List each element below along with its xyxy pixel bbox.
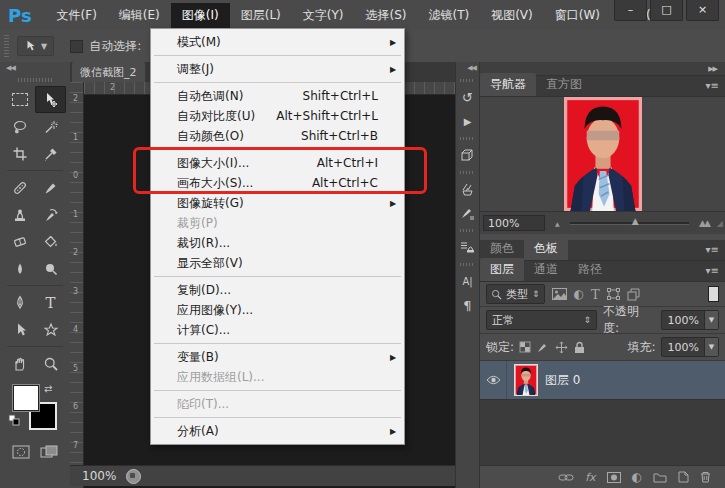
add-mask-icon[interactable] xyxy=(607,472,621,483)
menu-item[interactable]: ▶ xyxy=(154,343,401,344)
menu-item[interactable]: 陷印(T)... ▶ xyxy=(151,394,404,414)
paint-bucket-tool[interactable] xyxy=(35,228,66,255)
menubar-item[interactable]: 图像(I) xyxy=(171,3,230,28)
zoom-tool[interactable] xyxy=(35,350,66,377)
foreground-color-swatch[interactable] xyxy=(13,385,39,411)
custom-shape-tool[interactable] xyxy=(35,316,66,343)
menu-item[interactable]: ▶ xyxy=(154,82,401,83)
filter-type-dropdown[interactable]: 类型 ⇕ xyxy=(486,284,545,304)
type-tool[interactable]: T xyxy=(35,289,66,316)
dock-grip[interactable] xyxy=(460,137,475,140)
zoom-out-icon[interactable]: ▲ xyxy=(555,220,560,227)
rectangular-marquee-tool[interactable] xyxy=(4,86,35,113)
brush-presets-panel-icon[interactable] xyxy=(456,177,479,201)
lock-all-icon[interactable] xyxy=(574,341,585,354)
tab-navigator[interactable]: 导航器 xyxy=(480,73,536,96)
quick-mask-icon[interactable] xyxy=(12,445,30,459)
healing-brush-tool[interactable] xyxy=(4,174,35,201)
actions-panel-icon[interactable]: ▶ xyxy=(456,109,479,133)
lock-position-icon[interactable] xyxy=(555,341,568,354)
menu-item[interactable]: 裁剪(P) ▶ xyxy=(151,213,404,233)
layer-row[interactable]: 图层 0 xyxy=(480,361,725,400)
menu-item[interactable]: 自动颜色(O) Shift+Ctrl+B ▶ xyxy=(151,126,404,146)
slider-thumb[interactable]: ▲ xyxy=(632,216,639,226)
navigator-zoom-slider[interactable]: ▲ xyxy=(566,212,693,234)
menu-item[interactable]: 计算(C)... ▶ xyxy=(151,320,404,340)
magic-wand-tool[interactable] xyxy=(35,113,66,140)
link-layers-icon[interactable] xyxy=(558,473,574,482)
panel-menu-icon[interactable]: ▾≡ xyxy=(706,244,719,255)
history-brush-tool[interactable] xyxy=(35,201,66,228)
visibility-toggle[interactable] xyxy=(480,361,507,399)
chevron-down-icon[interactable]: ▼ xyxy=(704,311,718,329)
tab-channels[interactable]: 通道 xyxy=(524,258,568,281)
layer-name[interactable]: 图层 0 xyxy=(545,372,580,389)
dock-grip[interactable] xyxy=(460,263,475,266)
fill-field[interactable]: 100% ▼ xyxy=(661,337,719,357)
brush-panel-icon[interactable] xyxy=(456,201,479,225)
blur-tool[interactable] xyxy=(4,255,35,282)
menubar-item[interactable]: 视图(V) xyxy=(480,3,544,28)
3d-panel-icon[interactable] xyxy=(456,143,479,167)
minimize-button[interactable]: – xyxy=(614,0,647,21)
lock-pixels-icon[interactable] xyxy=(537,341,549,353)
history-panel-icon[interactable]: ↺ xyxy=(456,85,479,109)
tab-paths[interactable]: 路径 xyxy=(568,258,612,281)
character-panel-icon[interactable]: A| xyxy=(456,269,479,293)
menu-item[interactable]: 裁切(R)... ▶ xyxy=(151,233,404,253)
collapse-dock-icon[interactable]: ◀◀ xyxy=(456,62,479,75)
menu-item[interactable]: ▶ xyxy=(154,390,401,391)
maximize-button[interactable]: □ xyxy=(650,0,683,21)
menu-item[interactable]: 应用图像(Y)... ▶ xyxy=(151,300,404,320)
menubar-item[interactable]: 文件(F) xyxy=(46,3,108,28)
crop-tool[interactable] xyxy=(4,140,35,167)
tab-layers[interactable]: 图层 xyxy=(480,258,524,281)
options-grip[interactable] xyxy=(4,35,9,57)
default-colors-icon[interactable] xyxy=(8,414,20,426)
clone-source-panel-icon[interactable] xyxy=(456,235,479,259)
menu-item[interactable]: 调整(J) ▶ xyxy=(151,59,404,79)
menu-item[interactable]: ▶ xyxy=(154,276,401,277)
pen-tool[interactable] xyxy=(4,289,35,316)
layer-style-icon[interactable]: fx xyxy=(585,471,595,484)
filter-smart-objects-icon[interactable] xyxy=(627,288,640,301)
filter-adjustment-layers-icon[interactable]: ◐ xyxy=(574,287,584,301)
navigator-zoom-value[interactable]: 100% xyxy=(483,215,545,231)
filter-toggle-switch[interactable] xyxy=(708,286,719,302)
menu-item[interactable]: 应用数据组(L)... ▶ xyxy=(151,367,404,387)
current-tool-selector[interactable]: ▼ xyxy=(17,36,54,56)
navigator-preview[interactable] xyxy=(480,97,725,211)
move-tool[interactable] xyxy=(35,86,66,113)
menubar-item[interactable]: 编辑(E) xyxy=(108,3,171,28)
status-zoom-level[interactable]: 100% xyxy=(82,469,116,483)
chevron-down-icon[interactable]: ▼ xyxy=(704,338,718,356)
lock-transparency-icon[interactable] xyxy=(519,341,531,353)
panel-menu-icon[interactable]: ▾≡ xyxy=(706,265,719,276)
dodge-tool[interactable] xyxy=(35,255,66,282)
menu-item[interactable]: ▶ xyxy=(154,417,401,418)
eraser-tool[interactable] xyxy=(4,228,35,255)
auto-select-checkbox[interactable] xyxy=(70,40,83,53)
menu-item[interactable]: 图像旋转(G) ▶ xyxy=(151,193,404,213)
dock-grip[interactable] xyxy=(460,79,475,82)
new-group-icon[interactable] xyxy=(653,472,667,483)
collapse-tools-icon[interactable]: ◀◀ xyxy=(0,62,70,76)
blend-mode-dropdown[interactable]: 正常 ⇕ xyxy=(486,310,597,330)
zoom-in-icon[interactable]: ▲▲ xyxy=(699,218,709,228)
menubar-item[interactable]: 窗口(W) xyxy=(544,3,611,28)
menubar-item[interactable]: 选择(S) xyxy=(354,3,417,28)
menu-item[interactable]: ▶ xyxy=(154,55,401,56)
tab-swatches[interactable]: 色板 xyxy=(524,237,568,260)
menu-item[interactable]: 自动对比度(U) Alt+Shift+Ctrl+L ▶ xyxy=(151,106,404,126)
resize-grip-icon[interactable]: ◢ xyxy=(717,219,723,228)
dock-grip[interactable] xyxy=(460,171,475,174)
menubar-item[interactable]: 图层(L) xyxy=(230,3,292,28)
delete-layer-icon[interactable] xyxy=(700,471,711,483)
paragraph-panel-icon[interactable]: ¶ xyxy=(456,293,479,317)
menu-item[interactable]: ▶ xyxy=(154,149,401,150)
screen-mode-icon[interactable] xyxy=(40,445,58,459)
eyedropper-tool[interactable] xyxy=(35,140,66,167)
tools-grip[interactable] xyxy=(18,78,52,82)
menu-item[interactable]: 图像大小(I)... Alt+Ctrl+I ▶ xyxy=(151,153,404,173)
menu-item[interactable]: 复制(D)... ▶ xyxy=(151,280,404,300)
